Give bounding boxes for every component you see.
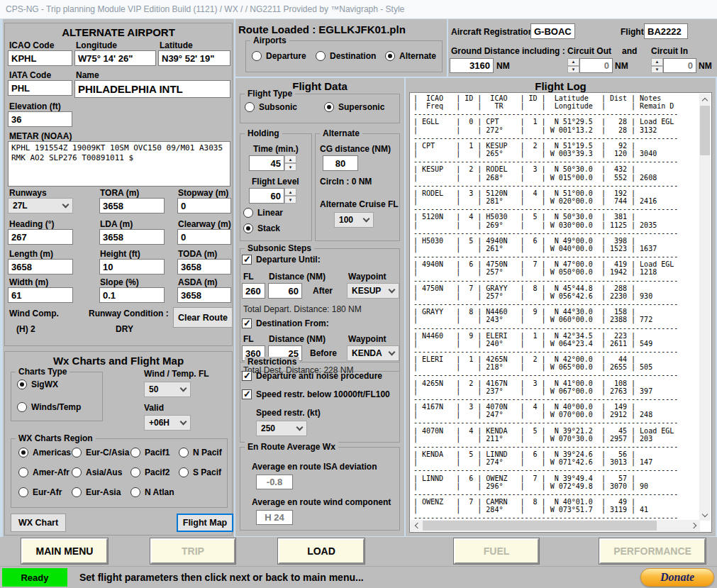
holding-fl-spinner[interactable]: ▲▼ <box>284 188 296 204</box>
icao-code-field[interactable] <box>8 50 72 66</box>
dep-waypoint-label: Waypoint <box>348 272 387 282</box>
status-bar: Ready Set flight parameters then click n… <box>0 566 717 588</box>
scroll-down-icon[interactable] <box>699 509 711 521</box>
flight-log-table[interactable]: | ICAO | ID | ICAO | ID | Latitude | Dis… <box>409 92 712 533</box>
clearway-field[interactable] <box>177 229 231 245</box>
spinner-down-icon[interactable]: ▼ <box>284 163 296 171</box>
elevation-field[interactable] <box>8 111 72 127</box>
donate-button[interactable]: Donate <box>640 568 714 587</box>
radio-linear[interactable]: Linear <box>243 208 283 218</box>
circuit-in-field[interactable] <box>663 58 696 73</box>
trip-button[interactable]: TRIP <box>150 538 235 564</box>
longitude-field[interactable] <box>74 50 156 66</box>
scroll-left-icon[interactable] <box>411 520 422 531</box>
scroll-up-icon[interactable] <box>699 94 711 105</box>
destination-from-checkbox[interactable]: Destination From: <box>242 318 329 328</box>
departure-until-checkbox[interactable]: Departure Until: <box>242 255 321 265</box>
radio-alternate[interactable]: Alternate <box>385 51 436 61</box>
scroll-right-icon[interactable] <box>689 520 700 531</box>
alternate-cruise-fl-dropdown[interactable]: 100 <box>334 212 374 228</box>
radio-region-eur-c-asia[interactable]: Eur-C/Asia <box>72 448 129 457</box>
radio-winds-temp[interactable]: Winds/Temp <box>17 402 81 412</box>
checkbox-icon[interactable] <box>242 318 252 328</box>
isa-deviation-field[interactable] <box>256 475 293 489</box>
tora-field[interactable] <box>99 198 165 213</box>
anti-noise-checkbox[interactable]: Departure anti noise procedure <box>242 371 382 381</box>
radio-stack[interactable]: Stack <box>243 223 280 233</box>
load-button[interactable]: LOAD <box>278 538 365 564</box>
radio-region-americas[interactable]: Americas <box>18 448 71 457</box>
radio-departure[interactable]: Departure <box>252 51 306 61</box>
spinner-down-icon[interactable]: ▼ <box>567 66 579 74</box>
asda-field[interactable] <box>177 287 231 303</box>
spinner-down-icon[interactable]: ▼ <box>284 196 296 204</box>
checkbox-icon[interactable] <box>242 255 252 265</box>
spinner-up-icon[interactable]: ▲ <box>567 58 579 66</box>
dep-waypoint-dropdown[interactable]: KESUP <box>347 283 399 299</box>
flight-number-field[interactable] <box>644 23 688 39</box>
flight-map-button[interactable]: Flight Map <box>177 514 233 532</box>
dep-fl-field[interactable] <box>242 283 265 299</box>
holding-fl-field[interactable] <box>249 188 284 204</box>
metar-text[interactable]: KPHL 191554Z 19009KT 10SM OVC150 09/M01 … <box>8 141 230 187</box>
holding-time-field[interactable] <box>249 155 284 171</box>
cg-distance-field[interactable] <box>323 155 358 171</box>
checkbox-icon[interactable] <box>242 389 252 399</box>
radio-region-eur-asia[interactable]: Eur-Asia <box>72 487 121 497</box>
length-field[interactable] <box>8 259 73 274</box>
radio-region-s-pacif[interactable]: S Pacif <box>179 467 221 477</box>
radio-region-eur-afr[interactable]: Eur-Afr <box>18 487 62 497</box>
performance-button[interactable]: PERFORMANCE <box>599 538 706 564</box>
heading-field[interactable] <box>8 229 73 245</box>
checkbox-icon[interactable] <box>242 371 252 381</box>
radio-region-n-atlan[interactable]: N Atlan <box>130 487 174 497</box>
flight-log-vscrollbar[interactable] <box>699 94 711 521</box>
radio-destination[interactable]: Destination <box>316 51 376 61</box>
circuit-out-field[interactable] <box>579 58 613 73</box>
wind-component-field[interactable] <box>256 510 293 525</box>
valid-dropdown[interactable]: +06H <box>144 415 191 431</box>
runways-dropdown[interactable]: 27L <box>8 198 73 213</box>
flight-type-group: Flight Type Subsonic Supersonic <box>240 94 400 123</box>
hscroll-thumb[interactable] <box>423 521 657 531</box>
wind-temp-fl-dropdown[interactable]: 50 <box>144 382 191 397</box>
iata-code-field[interactable] <box>8 80 72 96</box>
radio-region-pacif1[interactable]: Pacif1 <box>130 448 169 457</box>
radio-supersonic[interactable]: Supersonic <box>324 102 384 112</box>
fuel-button[interactable]: FUEL <box>454 538 539 564</box>
stopway-field[interactable] <box>177 198 231 213</box>
holding-fl-label: Flight Level <box>252 177 299 187</box>
radio-sigwx[interactable]: SigWX <box>17 379 58 389</box>
ground-distance-field[interactable] <box>450 58 494 73</box>
radio-region-amer-afr[interactable]: Amer-Afr <box>18 467 70 477</box>
holding-time-spinner[interactable]: ▲▼ <box>284 155 296 171</box>
latitude-field[interactable] <box>158 50 230 66</box>
height-field[interactable] <box>99 259 165 274</box>
flight-log-hscrollbar[interactable] <box>411 520 700 531</box>
circuit-in-spinner[interactable]: ▲▼ <box>651 58 663 73</box>
aircraft-registration-field[interactable] <box>530 23 575 39</box>
speed-restr-checkbox[interactable]: Speed restr. below 10000ft/FL100 <box>242 389 390 399</box>
lda-field[interactable] <box>99 229 165 245</box>
spinner-up-icon[interactable]: ▲ <box>284 155 296 163</box>
dest-waypoint-dropdown[interactable]: KENDA <box>347 345 399 361</box>
spinner-up-icon[interactable]: ▲ <box>651 58 663 66</box>
slope-field[interactable] <box>99 287 165 303</box>
airport-name-field[interactable] <box>74 80 230 98</box>
toda-field[interactable] <box>177 259 231 274</box>
radio-region-pacif2[interactable]: Pacif2 <box>130 467 169 477</box>
wx-chart-button[interactable]: WX Chart <box>11 514 66 532</box>
clear-route-button[interactable]: Clear Route <box>173 307 233 328</box>
spinner-down-icon[interactable]: ▼ <box>651 66 663 74</box>
radio-subsonic[interactable]: Subsonic <box>245 102 297 112</box>
spinner-up-icon[interactable]: ▲ <box>284 188 296 196</box>
circuit-out-spinner[interactable]: ▲▼ <box>567 58 579 73</box>
radio-region-asia-aus[interactable]: Asia/Aus <box>72 467 122 477</box>
main-menu-button[interactable]: MAIN MENU <box>21 538 108 564</box>
speed-restr-value: 250 <box>261 423 275 433</box>
radio-region-n-pacif[interactable]: N Pacif <box>179 448 222 457</box>
speed-restr-dropdown[interactable]: 250 <box>256 421 307 436</box>
dep-distance-field[interactable] <box>268 283 302 299</box>
width-field[interactable] <box>8 287 73 303</box>
vscroll-thumb[interactable] <box>700 106 710 155</box>
